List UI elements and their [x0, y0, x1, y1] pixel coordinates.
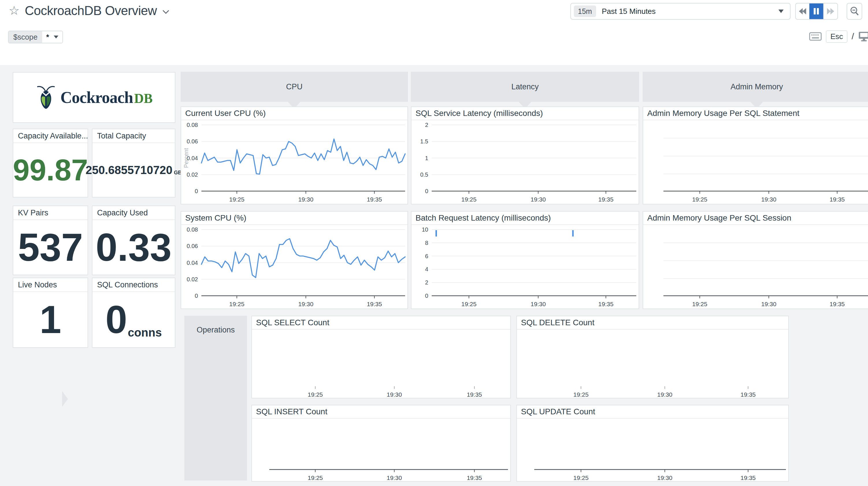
group-label: Admin Memory [731, 82, 783, 91]
zoom-out-icon [850, 6, 859, 16]
sql-service-latency-plot[interactable]: 21.510.5019:2519:3019:35 [411, 120, 639, 204]
time-range-label: Past 15 Minutes [602, 7, 778, 16]
system-cpu-plot[interactable]: 0.080.060.040.02019:2519:3019:35 [181, 225, 407, 309]
svg-text:19:30: 19:30 [386, 391, 402, 398]
esc-key-badge[interactable]: Esc [826, 30, 847, 43]
svg-text:19:30: 19:30 [386, 475, 402, 481]
stat-card-live-nodes: Live Nodes 1 [13, 278, 88, 348]
svg-text:19:30: 19:30 [657, 391, 672, 398]
svg-text:0.08: 0.08 [187, 122, 198, 128]
zoom-out-button[interactable] [847, 3, 862, 20]
svg-text:8: 8 [425, 240, 428, 246]
svg-text:0.02: 0.02 [187, 276, 198, 283]
chart-card-sql-select-count: SQL SELECT Count 19:2519:3019:35 [251, 316, 511, 398]
svg-text:4: 4 [425, 266, 428, 273]
group-label: CPU [286, 82, 303, 91]
stat-value: 1 [39, 300, 61, 339]
svg-text:19:35: 19:35 [598, 196, 614, 203]
svg-text:19:35: 19:35 [741, 391, 756, 398]
chart-card-batch-request-latency: Batch Request Latency (milliseconds) 108… [411, 211, 639, 309]
svg-text:19:30: 19:30 [530, 196, 546, 203]
svg-text:19:30: 19:30 [298, 301, 313, 307]
cockroachdb-bug-icon [35, 85, 56, 110]
favorite-star-icon[interactable]: ☆ [9, 5, 20, 17]
rewind-button[interactable] [796, 3, 809, 19]
svg-text:19:35: 19:35 [830, 196, 845, 203]
svg-text:19:30: 19:30 [530, 301, 546, 307]
time-range-select[interactable]: 15m Past 15 Minutes [570, 3, 790, 20]
stat-value: 537 [18, 228, 83, 267]
fast-forward-button[interactable] [823, 3, 837, 19]
stat-card-total-capacity: Total Capacity 250.6855710720 GB [92, 128, 176, 197]
svg-text:6: 6 [425, 253, 428, 259]
svg-text:19:25: 19:25 [692, 301, 707, 307]
chart-title: Batch Request Latency (milliseconds) [411, 211, 639, 225]
svg-text:19:30: 19:30 [657, 475, 672, 481]
svg-text:0: 0 [425, 293, 428, 299]
chart-title: System CPU (%) [181, 211, 407, 225]
svg-text:19:25: 19:25 [573, 475, 589, 481]
chart-title: SQL Service Latency (milliseconds) [411, 107, 639, 120]
svg-text:19:25: 19:25 [461, 196, 477, 203]
svg-text:19:25: 19:25 [692, 196, 707, 203]
svg-text:19:35: 19:35 [467, 391, 482, 398]
title-chevron-down-icon[interactable] [162, 9, 169, 14]
svg-text:19:25: 19:25 [573, 391, 589, 398]
stat-card-kv-pairs: KV Pairs 537 [13, 205, 88, 275]
fullscreen-monitor-icon[interactable] [858, 31, 868, 41]
dashboard-root: ☆ CockroachDB Overview 15m Past 15 Minut… [0, 0, 868, 486]
rewind-icon [798, 7, 807, 15]
sql-select-count-plot[interactable]: 19:2519:3019:35 [252, 330, 510, 398]
pause-button[interactable] [809, 3, 823, 19]
sql-delete-count-plot[interactable]: 19:2519:3019:35 [517, 330, 788, 398]
chart-card-sql-update-count: SQL UPDATE Count 19:2519:3019:35 [516, 405, 789, 482]
stat-title: KV Pairs [13, 206, 88, 220]
group-label: Operations [184, 316, 247, 335]
batch-request-latency-plot[interactable]: 108642019:2519:3019:35 [411, 225, 639, 309]
svg-text:0.04: 0.04 [187, 260, 198, 266]
group-header-latency[interactable]: Latency [411, 72, 639, 102]
pause-icon [813, 7, 819, 15]
sql-insert-count-plot[interactable]: 19:2519:3019:35 [252, 419, 510, 481]
stat-value: 250.6855710720 [86, 164, 172, 176]
scope-variable-value: * [42, 31, 62, 43]
chart-card-sql-insert-count: SQL INSERT Count 19:2519:3019:35 [251, 405, 511, 482]
chart-card-sql-delete-count: SQL DELETE Count 19:2519:3019:35 [516, 316, 789, 398]
sql-update-count-plot[interactable]: 19:2519:3019:35 [517, 419, 788, 481]
admin-memory-session-plot[interactable]: 19:2519:3019:35 [643, 225, 868, 309]
svg-text:0: 0 [425, 188, 428, 194]
group-notch-operations [62, 391, 68, 407]
page-title: CockroachDB Overview [25, 3, 157, 18]
svg-text:0.02: 0.02 [187, 171, 198, 178]
group-label: Latency [512, 82, 539, 91]
scope-value-text: * [46, 31, 49, 43]
svg-text:0.5: 0.5 [420, 171, 428, 178]
svg-text:19:35: 19:35 [598, 301, 614, 307]
stat-card-capacity-used: Capacity Used 0.33 [92, 205, 176, 275]
stat-title: Capacity Used [92, 206, 175, 220]
current-user-cpu-plot[interactable]: 0.080.060.040.02019:2519:3019:35Percent [181, 120, 407, 204]
keyboard-icon[interactable] [809, 32, 822, 41]
admin-memory-statement-plot[interactable]: 19:2519:3019:35 [643, 120, 868, 204]
chart-card-system-cpu: System CPU (%) 0.080.060.040.02019:2519:… [181, 211, 408, 309]
template-variable-scope[interactable]: $scope * [8, 31, 63, 44]
cockroachdb-logo-card: CockroachDB [13, 72, 176, 123]
fast-forward-icon [826, 7, 835, 15]
chart-title: SQL DELETE Count [517, 316, 788, 330]
slash-separator: / [851, 31, 854, 41]
chart-title: SQL UPDATE Count [517, 405, 788, 419]
svg-text:19:30: 19:30 [761, 301, 776, 307]
group-header-admin-memory[interactable]: Admin Memory [643, 72, 868, 102]
stat-title: SQL Connections [92, 278, 175, 292]
stat-unit: conns [128, 326, 162, 339]
svg-text:19:35: 19:35 [367, 196, 382, 203]
group-header-operations[interactable]: Operations [184, 316, 247, 481]
group-header-cpu[interactable]: CPU [181, 72, 408, 102]
shortcut-cluster: Esc / [809, 29, 868, 44]
scope-variable-name: $scope [9, 31, 42, 43]
svg-text:19:25: 19:25 [461, 301, 477, 307]
stat-card-capacity-available: Capacity Available... 99.87 [13, 128, 88, 197]
svg-text:19:35: 19:35 [830, 301, 845, 307]
svg-text:19:25: 19:25 [308, 475, 323, 481]
svg-text:19:25: 19:25 [308, 391, 323, 398]
